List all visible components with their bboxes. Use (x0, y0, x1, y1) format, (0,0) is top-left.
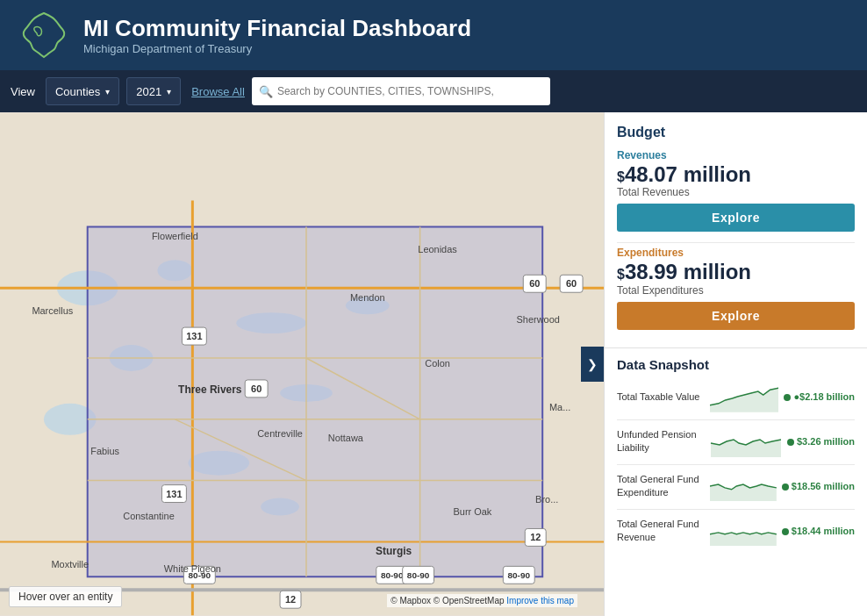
right-panel: Budget Revenues $48.07 million Total Rev… (604, 112, 867, 616)
svg-text:80-90: 80-90 (508, 570, 531, 580)
snapshot-row-expenditure: Total General Fund Expenditure $18.56 mi… (617, 469, 855, 504)
svg-marker-63 (710, 484, 777, 501)
expenditure-label: Expenditures (617, 247, 855, 259)
general-revenue-chart (710, 515, 777, 547)
svg-text:Nottawa: Nottawa (328, 433, 364, 443)
svg-marker-61 (710, 388, 778, 412)
revenue-value: $48.07 million (617, 163, 855, 186)
map: 60 60 131 131 60 12 12 80-90 80-90 80-90… (0, 112, 604, 616)
improve-map-link[interactable]: Improve this map (506, 596, 574, 605)
snapshot-label-taxable: Total Taxable Value (617, 390, 705, 403)
svg-text:60: 60 (529, 278, 540, 289)
snapshot-value-expenditure: $18.56 million (782, 481, 855, 491)
snapshot-section: Data Snapshot Total Taxable Value ●$2.18… (605, 347, 867, 562)
svg-text:Colon: Colon (425, 358, 450, 369)
header-text: MI Community Financial Dashboard Michiga… (83, 15, 471, 55)
header: MI Community Financial Dashboard Michiga… (0, 0, 867, 70)
svg-text:Sturgis: Sturgis (376, 545, 412, 557)
divider (617, 419, 855, 420)
revenue-card: Revenues $48.07 million Total Revenues E… (617, 149, 855, 232)
revenue-description: Total Revenues (617, 186, 855, 198)
expenditure-card: Expenditures $38.99 million Total Expend… (617, 247, 855, 329)
svg-text:80-90: 80-90 (381, 570, 404, 580)
general-expenditure-chart (710, 470, 777, 502)
chevron-down-icon: ▾ (105, 87, 110, 97)
expenditure-value: $38.99 million (617, 261, 855, 283)
svg-text:Leonidas: Leonidas (418, 244, 457, 254)
snapshot-row-revenue: Total General Fund Revenue $18.44 millio… (617, 513, 855, 548)
pension-chart (710, 426, 782, 457)
main-content: 60 60 131 131 60 12 12 80-90 80-90 80-90… (0, 112, 867, 616)
year-value: 2021 (136, 85, 161, 98)
snapshot-title: Data Snapshot (617, 357, 855, 372)
svg-text:Three Rivers: Three Rivers (178, 383, 242, 396)
app-subtitle: Michigan Department of Treasury (83, 42, 471, 55)
divider (617, 242, 855, 243)
snapshot-label-expenditure: Total General Fund Expenditure (617, 473, 705, 498)
map-attribution: © Mapbox © OpenStreetMap Improve this ma… (387, 594, 577, 607)
divider (617, 464, 855, 465)
svg-marker-62 (711, 440, 781, 457)
toolbar: View Counties ▾ 2021 ▾ Browse All 🔍 (0, 70, 867, 112)
app-title: MI Community Financial Dashboard (83, 15, 471, 42)
svg-text:Moxtville: Moxtville (51, 559, 89, 569)
svg-text:80-90: 80-90 (407, 570, 430, 580)
search-box: 🔍 (252, 77, 550, 105)
taxable-value-chart (710, 381, 778, 412)
svg-text:Ma...: Ma... (549, 402, 570, 412)
chevron-right-icon: ❯ (587, 357, 598, 371)
budget-title: Budget (617, 125, 855, 140)
snapshot-row-taxable: Total Taxable Value ●$2.18 billion (617, 379, 855, 414)
svg-text:Sherwood: Sherwood (517, 314, 560, 325)
svg-text:60: 60 (566, 278, 577, 289)
map-area: 60 60 131 131 60 12 12 80-90 80-90 80-90… (0, 112, 604, 616)
svg-text:Centreville: Centreville (257, 428, 303, 439)
search-icon: 🔍 (259, 85, 273, 98)
svg-text:White Pigeon: White Pigeon (164, 563, 221, 574)
revenue-explore-button[interactable]: Explore (617, 204, 855, 232)
snapshot-value-revenue: $18.44 million (782, 526, 855, 536)
svg-text:Marcellus: Marcellus (32, 305, 73, 316)
hover-label: Hover over an entity (9, 586, 122, 607)
budget-section: Budget Revenues $48.07 million Total Rev… (605, 112, 867, 347)
svg-text:Fabius: Fabius (90, 446, 119, 456)
svg-text:12: 12 (530, 532, 541, 542)
entity-type-value: Counties (55, 85, 100, 98)
view-label: View (11, 85, 35, 98)
svg-text:60: 60 (251, 383, 262, 394)
svg-text:12: 12 (285, 594, 296, 605)
map-expand-button[interactable]: ❯ (581, 347, 604, 382)
chevron-down-icon: ▾ (167, 87, 171, 97)
michigan-logo (18, 9, 70, 61)
svg-marker-64 (710, 533, 777, 546)
divider (617, 509, 855, 510)
expenditure-explore-button[interactable]: Explore (617, 302, 855, 330)
svg-text:131: 131 (186, 331, 202, 341)
svg-text:Constantine: Constantine (123, 511, 174, 521)
revenue-label: Revenues (617, 149, 855, 161)
svg-text:Mendon: Mendon (350, 292, 385, 303)
browse-all-link[interactable]: Browse All (191, 85, 245, 98)
svg-text:Flowerfield: Flowerfield (152, 231, 198, 241)
search-input[interactable] (277, 85, 543, 97)
svg-text:Burr Oak: Burr Oak (454, 506, 492, 517)
snapshot-row-pension: Unfunded Pension Liability $3.26 million (617, 424, 855, 459)
svg-text:131: 131 (166, 489, 182, 499)
snapshot-value-pension: $3.26 million (787, 436, 855, 447)
expenditure-description: Total Expenditures (617, 284, 855, 297)
svg-text:Bro...: Bro... (535, 494, 558, 505)
snapshot-value-taxable: ●$2.18 billion (784, 391, 855, 402)
entity-type-dropdown[interactable]: Counties ▾ (46, 77, 119, 105)
year-dropdown[interactable]: 2021 ▾ (126, 77, 181, 105)
snapshot-label-pension: Unfunded Pension Liability (617, 428, 705, 454)
snapshot-label-revenue: Total General Fund Revenue (617, 518, 705, 543)
